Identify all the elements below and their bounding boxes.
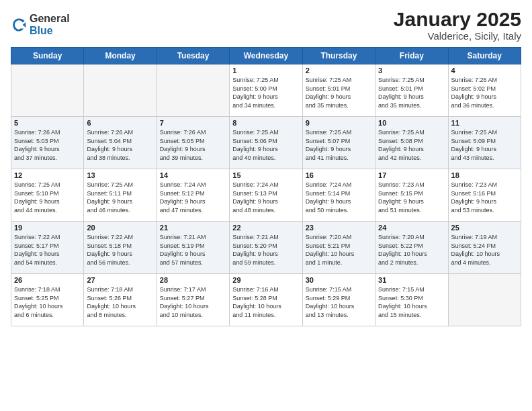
calendar-day-10: 10Sunrise: 7:25 AM Sunset: 5:08 PM Dayli… [375,117,448,169]
day-number: 14 [160,171,226,179]
header: General Blue January 2025 Valderice, Sic… [11,8,521,42]
day-number: 19 [14,224,81,232]
day-info: Sunrise: 7:15 AM Sunset: 5:30 PM Dayligh… [378,285,445,319]
day-number: 24 [378,224,445,232]
calendar-day-28: 28Sunrise: 7:17 AM Sunset: 5:27 PM Dayli… [157,274,229,326]
day-number: 8 [232,119,299,127]
day-number: 22 [232,224,299,232]
calendar-day-8: 8Sunrise: 7:25 AM Sunset: 5:06 PM Daylig… [230,117,302,169]
calendar-day-6: 6Sunrise: 7:26 AM Sunset: 5:04 PM Daylig… [84,117,157,169]
day-number: 7 [160,119,226,127]
calendar-day-19: 19Sunrise: 7:22 AM Sunset: 5:17 PM Dayli… [11,222,84,274]
calendar-week-row: 19Sunrise: 7:22 AM Sunset: 5:17 PM Dayli… [11,222,521,274]
calendar-header-sunday: Sunday [11,48,84,64]
day-info: Sunrise: 7:21 AM Sunset: 5:20 PM Dayligh… [232,233,299,267]
day-info: Sunrise: 7:25 AM Sunset: 5:01 PM Dayligh… [306,76,372,109]
calendar-day-23: 23Sunrise: 7:20 AM Sunset: 5:21 PM Dayli… [302,222,375,274]
calendar-day-16: 16Sunrise: 7:24 AM Sunset: 5:14 PM Dayli… [302,169,375,222]
calendar-header-row: SundayMondayTuesdayWednesdayThursdayFrid… [11,48,521,64]
logo-icon [11,17,27,33]
calendar-week-row: 12Sunrise: 7:25 AM Sunset: 5:10 PM Dayli… [11,169,521,222]
day-info: Sunrise: 7:25 AM Sunset: 5:01 PM Dayligh… [378,76,445,109]
calendar-day-29: 29Sunrise: 7:16 AM Sunset: 5:28 PM Dayli… [230,274,302,326]
day-number: 27 [87,276,153,284]
logo-general: General [30,13,70,25]
day-info: Sunrise: 7:25 AM Sunset: 5:11 PM Dayligh… [87,181,153,214]
calendar-empty [84,64,157,117]
day-info: Sunrise: 7:25 AM Sunset: 5:06 PM Dayligh… [232,128,299,162]
calendar-header-friday: Friday [375,48,448,64]
calendar-day-13: 13Sunrise: 7:25 AM Sunset: 5:11 PM Dayli… [84,169,157,222]
calendar-day-15: 15Sunrise: 7:24 AM Sunset: 5:13 PM Dayli… [230,169,302,222]
day-info: Sunrise: 7:15 AM Sunset: 5:29 PM Dayligh… [306,285,372,319]
day-info: Sunrise: 7:23 AM Sunset: 5:15 PM Dayligh… [378,181,445,214]
calendar-day-27: 27Sunrise: 7:18 AM Sunset: 5:26 PM Dayli… [84,274,157,326]
title-block: January 2025 Valderice, Sicily, Italy [394,8,521,42]
day-number: 23 [306,224,372,232]
day-info: Sunrise: 7:25 AM Sunset: 5:10 PM Dayligh… [14,181,81,214]
day-info: Sunrise: 7:26 AM Sunset: 5:02 PM Dayligh… [451,76,518,109]
calendar-day-7: 7Sunrise: 7:26 AM Sunset: 5:05 PM Daylig… [157,117,229,169]
calendar-day-2: 2Sunrise: 7:25 AM Sunset: 5:01 PM Daylig… [302,64,375,117]
day-number: 11 [451,119,518,127]
calendar-day-18: 18Sunrise: 7:23 AM Sunset: 5:16 PM Dayli… [448,169,521,222]
calendar-day-26: 26Sunrise: 7:18 AM Sunset: 5:25 PM Dayli… [11,274,84,326]
day-number: 1 [232,66,299,75]
day-number: 31 [378,276,445,284]
day-number: 18 [451,171,518,179]
calendar-day-30: 30Sunrise: 7:15 AM Sunset: 5:29 PM Dayli… [302,274,375,326]
day-info: Sunrise: 7:25 AM Sunset: 5:07 PM Dayligh… [306,128,372,162]
calendar-day-1: 1Sunrise: 7:25 AM Sunset: 5:00 PM Daylig… [230,64,302,117]
day-number: 25 [451,224,518,232]
day-number: 29 [232,276,299,284]
calendar-header-wednesday: Wednesday [230,48,302,64]
page: General Blue January 2025 Valderice, Sic… [0,0,532,411]
day-info: Sunrise: 7:19 AM Sunset: 5:24 PM Dayligh… [451,233,518,267]
day-info: Sunrise: 7:23 AM Sunset: 5:16 PM Dayligh… [451,181,518,214]
day-info: Sunrise: 7:21 AM Sunset: 5:19 PM Dayligh… [160,233,226,267]
day-number: 6 [87,119,153,127]
day-info: Sunrise: 7:18 AM Sunset: 5:25 PM Dayligh… [14,285,81,319]
calendar-empty [157,64,229,117]
day-info: Sunrise: 7:24 AM Sunset: 5:14 PM Dayligh… [306,181,372,214]
logo-blue: Blue [30,25,70,37]
day-number: 21 [160,224,226,232]
day-info: Sunrise: 7:20 AM Sunset: 5:21 PM Dayligh… [306,233,372,267]
calendar-day-12: 12Sunrise: 7:25 AM Sunset: 5:10 PM Dayli… [11,169,84,222]
day-number: 12 [14,171,81,179]
day-number: 20 [87,224,153,232]
calendar-day-22: 22Sunrise: 7:21 AM Sunset: 5:20 PM Dayli… [230,222,302,274]
calendar-header-monday: Monday [84,48,157,64]
calendar-day-3: 3Sunrise: 7:25 AM Sunset: 5:01 PM Daylig… [375,64,448,117]
day-info: Sunrise: 7:26 AM Sunset: 5:03 PM Dayligh… [14,128,81,162]
day-info: Sunrise: 7:20 AM Sunset: 5:22 PM Dayligh… [378,233,445,267]
calendar-week-row: 5Sunrise: 7:26 AM Sunset: 5:03 PM Daylig… [11,117,521,169]
calendar-day-9: 9Sunrise: 7:25 AM Sunset: 5:07 PM Daylig… [302,117,375,169]
day-number: 28 [160,276,226,284]
day-number: 9 [306,119,372,127]
day-number: 3 [378,66,445,75]
calendar-week-row: 1Sunrise: 7:25 AM Sunset: 5:00 PM Daylig… [11,64,521,117]
logo-text: General Blue [30,13,70,36]
calendar-day-20: 20Sunrise: 7:22 AM Sunset: 5:18 PM Dayli… [84,222,157,274]
day-info: Sunrise: 7:25 AM Sunset: 5:00 PM Dayligh… [232,76,299,109]
day-info: Sunrise: 7:22 AM Sunset: 5:18 PM Dayligh… [87,233,153,267]
day-number: 10 [378,119,445,127]
calendar-empty [448,274,521,326]
calendar-day-14: 14Sunrise: 7:24 AM Sunset: 5:12 PM Dayli… [157,169,229,222]
day-number: 16 [306,171,372,179]
day-info: Sunrise: 7:17 AM Sunset: 5:27 PM Dayligh… [160,285,226,319]
day-number: 26 [14,276,81,284]
calendar-header-thursday: Thursday [302,48,375,64]
calendar-empty [11,64,84,117]
calendar-day-25: 25Sunrise: 7:19 AM Sunset: 5:24 PM Dayli… [448,222,521,274]
calendar-day-5: 5Sunrise: 7:26 AM Sunset: 5:03 PM Daylig… [11,117,84,169]
calendar-day-11: 11Sunrise: 7:25 AM Sunset: 5:09 PM Dayli… [448,117,521,169]
calendar-day-17: 17Sunrise: 7:23 AM Sunset: 5:15 PM Dayli… [375,169,448,222]
day-info: Sunrise: 7:25 AM Sunset: 5:09 PM Dayligh… [451,128,518,162]
day-number: 5 [14,119,81,127]
day-number: 30 [306,276,372,284]
day-info: Sunrise: 7:26 AM Sunset: 5:05 PM Dayligh… [160,128,226,162]
day-info: Sunrise: 7:24 AM Sunset: 5:13 PM Dayligh… [232,181,299,214]
day-info: Sunrise: 7:22 AM Sunset: 5:17 PM Dayligh… [14,233,81,267]
